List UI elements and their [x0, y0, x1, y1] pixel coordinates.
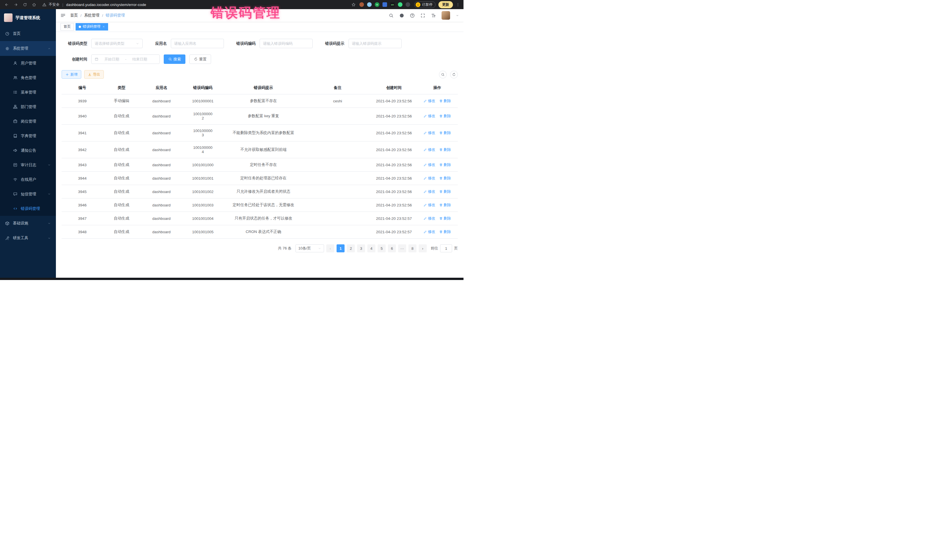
pagination-prev-button[interactable]: ‹	[326, 244, 334, 252]
fullscreen-icon[interactable]	[421, 13, 425, 18]
delete-link[interactable]: 删除	[439, 130, 451, 135]
sidebar-item-menu[interactable]: 菜单管理	[0, 85, 56, 100]
error-code-type-select[interactable]	[91, 39, 143, 48]
error-message-field[interactable]	[348, 39, 401, 48]
app-name-input[interactable]	[174, 41, 220, 46]
sidebar-item-user[interactable]: 用户管理	[0, 56, 56, 70]
sidebar-item-label: 菜单管理	[21, 90, 36, 95]
browser-menu-icon[interactable]	[456, 3, 460, 7]
date-start-input[interactable]	[100, 57, 123, 61]
tab-close-icon[interactable]	[102, 25, 105, 28]
page-button-5[interactable]: 5	[378, 244, 386, 252]
page-button-6[interactable]: 6	[388, 244, 396, 252]
page-size-select[interactable]: 10条/页	[295, 244, 324, 252]
page-button-8[interactable]: 8	[409, 244, 416, 252]
extension-icon-7[interactable]	[406, 2, 410, 7]
goto-page-input[interactable]	[440, 244, 452, 252]
sidebar-item-home[interactable]: 首页	[0, 26, 56, 41]
edit-link[interactable]: 修改	[424, 202, 435, 208]
extension-icon-3[interactable]: V	[375, 2, 379, 7]
delete-link[interactable]: 删除	[439, 162, 451, 167]
delete-link[interactable]: 删除	[439, 99, 451, 103]
sidebar-item-system[interactable]: 系统管理	[0, 41, 56, 56]
breadcrumb-home[interactable]: 首页	[70, 13, 78, 18]
delete-link[interactable]: 删除	[439, 229, 451, 234]
extension-icon-5[interactable]: on	[390, 2, 395, 7]
sidebar-item-audit-log[interactable]: 审计日志	[0, 158, 56, 172]
page-button-3[interactable]: 3	[357, 244, 365, 252]
sidebar-item-dept[interactable]: 部门管理	[0, 100, 56, 114]
tab-error-code[interactable]: 错误码管理	[76, 23, 108, 30]
help-icon[interactable]	[410, 13, 415, 18]
font-size-icon[interactable]	[431, 13, 436, 18]
url-text[interactable]: dashboard.yudao.iocoder.cn/system/error-…	[66, 3, 146, 7]
sidebar-item-dev-tools[interactable]: 研发工具	[0, 231, 56, 246]
edit-link[interactable]: 修改	[424, 229, 435, 234]
sidebar-item-notice[interactable]: 通知公告	[0, 143, 56, 158]
user-avatar[interactable]	[442, 11, 450, 20]
extension-icon-6[interactable]	[398, 2, 403, 7]
sidebar-item-role[interactable]: 角色管理	[0, 70, 56, 85]
github-icon[interactable]	[399, 13, 404, 18]
browser-home-icon[interactable]	[31, 2, 37, 8]
app-name-field[interactable]	[171, 39, 224, 48]
address-separator: |	[62, 3, 64, 7]
export-button[interactable]: 导出	[84, 70, 104, 79]
edit-link[interactable]: 修改	[424, 176, 435, 181]
delete-link[interactable]: 删除	[439, 189, 451, 194]
delete-link[interactable]: 删除	[439, 202, 451, 208]
delete-link[interactable]: 删除	[439, 147, 451, 152]
cell-type: 自动生成	[103, 212, 140, 225]
delete-link[interactable]: 删除	[439, 176, 451, 181]
date-range-picker[interactable]: -	[91, 55, 160, 64]
sidebar-item-post[interactable]: 岗位管理	[0, 114, 56, 129]
edit-link[interactable]: 修改	[424, 114, 435, 118]
error-code-field[interactable]	[260, 39, 313, 48]
extension-icon-2[interactable]	[367, 2, 372, 7]
browser-forward-icon[interactable]	[12, 2, 19, 8]
avatar-caret-icon[interactable]	[456, 14, 459, 17]
address-bar[interactable]: 不安全 | dashboard.yudao.iocoder.cn/system/…	[42, 2, 146, 7]
sidebar-item-error-code[interactable]: 错误码管理	[0, 201, 56, 216]
edit-link[interactable]: 修改	[424, 162, 435, 167]
error-code-type-select-input[interactable]	[95, 41, 134, 46]
edit-link[interactable]: 修改	[424, 216, 435, 221]
browser-update-button[interactable]: 更新	[438, 1, 453, 8]
refresh-table-button[interactable]	[450, 71, 458, 78]
date-end-input[interactable]	[128, 57, 152, 61]
edit-link[interactable]: 修改	[424, 147, 435, 152]
sidebar-item-online-user[interactable]: 在线用户	[0, 172, 56, 187]
page-ellipsis[interactable]: ···	[398, 244, 406, 252]
extension-icon-4[interactable]	[383, 2, 387, 7]
sidebar-item-dict[interactable]: 字典管理	[0, 129, 56, 143]
extension-icon-1[interactable]	[359, 2, 364, 7]
sidebar-toggle-icon[interactable]	[61, 13, 65, 18]
edit-link[interactable]: 修改	[424, 99, 435, 103]
reset-button[interactable]: 重置	[189, 55, 211, 64]
page-button-1[interactable]: 1	[337, 244, 345, 252]
add-button[interactable]: 新增	[62, 70, 81, 79]
pagination-next-button[interactable]: ›	[419, 244, 427, 252]
browser-reload-icon[interactable]	[22, 2, 28, 8]
edit-link[interactable]: 修改	[424, 189, 435, 194]
delete-link[interactable]: 删除	[439, 114, 451, 118]
trash-icon	[439, 217, 443, 220]
delete-link[interactable]: 删除	[439, 216, 451, 221]
cell-id: 3943	[62, 158, 103, 171]
error-message-input[interactable]	[352, 41, 398, 46]
page-button-4[interactable]: 4	[368, 244, 375, 252]
bookmark-star-icon[interactable]	[350, 2, 357, 8]
app-logo[interactable]: 芋道管理系统	[0, 9, 56, 26]
tab-home[interactable]: 首页	[61, 23, 74, 30]
breadcrumb-system[interactable]: 系统管理	[84, 13, 100, 18]
edit-link[interactable]: 修改	[424, 130, 435, 135]
browser-profile-chip[interactable]: ☺ 已暂停	[414, 2, 436, 8]
toggle-search-button[interactable]	[439, 71, 447, 78]
browser-back-icon[interactable]	[3, 2, 10, 8]
header-search-icon[interactable]	[389, 13, 394, 18]
error-code-input[interactable]	[263, 41, 309, 46]
search-button[interactable]: 搜索	[164, 55, 185, 64]
page-button-2[interactable]: 2	[347, 244, 355, 252]
sidebar-item-infrastructure[interactable]: 基础设施	[0, 216, 56, 231]
sidebar-item-sms[interactable]: 短信管理	[0, 187, 56, 201]
